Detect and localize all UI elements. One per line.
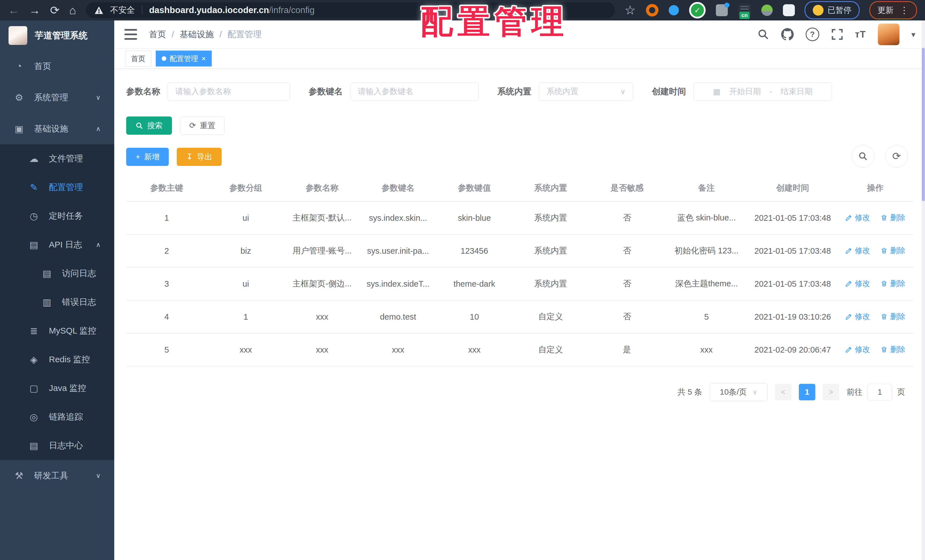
sidebar-item-file[interactable]: ☁ 文件管理 (0, 145, 114, 173)
extension-green-check-icon[interactable]: ✓ (689, 2, 706, 18)
sidebar-item-job[interactable]: ◷ 定时任务 (0, 202, 114, 230)
page-size-select[interactable]: 10条/页 ∨ (710, 383, 768, 401)
menu-label: API 日志 (49, 239, 82, 251)
profile-paused-button[interactable]: 已暂停 (804, 1, 860, 19)
browser-menu-icon[interactable]: ⋮ (900, 5, 909, 16)
avatar[interactable] (878, 24, 899, 45)
column-header[interactable]: 备注 (665, 175, 748, 202)
param-name-input[interactable] (168, 83, 290, 101)
tab-config[interactable]: 配置管理 × (156, 51, 212, 66)
sidebar-item-access-log[interactable]: ▤ 访问日志 (0, 259, 114, 288)
extension-pin-icon[interactable] (669, 5, 679, 15)
date-range-picker[interactable]: ▦ 开始日期 - 结束日期 (693, 83, 832, 101)
logo-row[interactable]: 芋道管理系统 (0, 21, 114, 51)
close-icon[interactable]: × (202, 55, 206, 62)
security-label[interactable]: 不安全 (110, 5, 135, 16)
breadcrumb-home[interactable]: 首页 (149, 29, 166, 40)
goto-page-input[interactable] (868, 384, 892, 400)
browser-forward-icon[interactable]: → (29, 5, 40, 16)
sidebar-item-java[interactable]: ▢ Java 监控 (0, 374, 114, 403)
column-header[interactable]: 系统内置 (513, 175, 589, 202)
sidebar-item-redis[interactable]: ◈ Redis 监控 (0, 345, 114, 374)
table-row[interactable]: 5 xxx xxx xxx xxx 自定义 是 xxx 2021-02-09 2… (126, 333, 913, 366)
goto-suffix: 页 (897, 387, 905, 397)
avatar-caret-icon[interactable]: ▾ (911, 30, 915, 39)
tab-home[interactable]: 首页 (125, 51, 151, 66)
sidebar-item-config[interactable]: ✎ 配置管理 (0, 173, 114, 202)
next-page-button[interactable]: > (823, 384, 839, 400)
sidebar-item-api-log[interactable]: ▤ API 日志 ∧ (0, 230, 114, 259)
extension-sprout-icon[interactable] (761, 5, 773, 16)
browser-home-icon[interactable]: ⌂ (69, 5, 76, 16)
search-icon[interactable] (757, 29, 769, 40)
param-key-input[interactable] (350, 83, 479, 101)
extension-orange-ring-icon[interactable] (646, 4, 658, 17)
scrollbar-thumb[interactable] (922, 48, 925, 201)
menu-label: 访问日志 (62, 268, 96, 279)
column-header[interactable]: 是否敏感 (589, 175, 665, 202)
fullscreen-icon[interactable] (831, 29, 843, 40)
table-row[interactable]: 1 ui 主框架页-默认... sys.index.skin... skin-b… (126, 202, 913, 235)
delete-button[interactable]: 删除 (880, 212, 905, 223)
bookmark-star-icon[interactable]: ☆ (625, 4, 636, 17)
delete-button[interactable]: 删除 (880, 278, 905, 289)
chevron-down-icon: ∨ (621, 87, 625, 96)
sidebar-item-infra[interactable]: ▣ 基础设施 ∧ (0, 113, 114, 145)
sidebar-item-tracing[interactable]: ◎ 链路追踪 (0, 403, 114, 431)
hamburger-icon[interactable] (124, 27, 137, 42)
add-button[interactable]: + 新增 (126, 148, 169, 166)
extensions-puzzle-icon[interactable] (783, 4, 795, 16)
browser-refresh-icon[interactable]: ⟳ (50, 5, 60, 16)
font-size-icon[interactable]: тT (855, 29, 866, 40)
chevron-down-icon: ∨ (753, 388, 757, 396)
goto-label: 前往 (847, 387, 862, 397)
created-label: 创建时间 (652, 86, 686, 98)
table-row[interactable]: 4 1 xxx demo.test 10 自定义 否 5 2021-01-19 … (126, 300, 913, 333)
sidebar-item-log-center[interactable]: ▤ 日志中心 (0, 431, 114, 460)
sidebar-item-mysql[interactable]: ≣ MySQL 监控 (0, 316, 114, 345)
table-row[interactable]: 2 biz 用户管理-账号... sys.user.init-pa... 123… (126, 235, 913, 267)
sidebar-item-home[interactable]: ◔ 首页 (0, 51, 114, 82)
browser-back-icon[interactable]: ← (8, 5, 19, 16)
scrollbar[interactable] (922, 21, 925, 560)
browser-update-button[interactable]: 更新 ⋮ (869, 1, 917, 19)
sidebar-item-error-log[interactable]: ▥ 错误日志 (0, 288, 114, 316)
table-body: 1 ui 主框架页-默认... sys.index.skin... skin-b… (126, 202, 913, 366)
search-button[interactable]: 搜索 (126, 116, 172, 135)
column-header[interactable]: 参数分组 (207, 175, 284, 202)
prev-page-button[interactable]: < (775, 384, 791, 400)
page-number-1[interactable]: 1 (799, 384, 815, 400)
breadcrumb-infra[interactable]: 基础设施 (179, 29, 214, 40)
edit-button[interactable]: 修改 (845, 312, 870, 322)
param-key-label: 参数键名 (309, 86, 343, 98)
sidebar-item-dev-tools[interactable]: ⚒ 研发工具 ∨ (0, 460, 114, 491)
column-header[interactable]: 参数主键 (126, 175, 207, 202)
edit-button[interactable]: 修改 (845, 212, 870, 223)
menu-label: 文件管理 (49, 153, 83, 164)
menu-icon: ▤ (27, 440, 40, 451)
delete-button[interactable]: 删除 (880, 344, 905, 355)
column-header[interactable]: 参数名称 (285, 175, 360, 202)
toggle-search-button[interactable] (852, 145, 874, 168)
github-icon[interactable] (781, 28, 794, 41)
column-header[interactable]: 参数键名 (360, 175, 436, 202)
edit-button[interactable]: 修改 (845, 245, 870, 256)
extension-cn-badge-icon[interactable]: cn (738, 4, 751, 17)
column-header[interactable]: 创建时间 (748, 175, 838, 202)
type-select[interactable]: 系统内置 ∨ (539, 83, 633, 101)
table-row[interactable]: 3 ui 主框架页-侧边... sys.index.sideT... theme… (126, 267, 913, 300)
reset-button[interactable]: ⟳ 重置 (180, 116, 224, 135)
refresh-table-button[interactable]: ⟳ (885, 145, 908, 168)
sidebar-menu: ◔ 首页 ⚙ 系统管理 ∨ ▣ 基础设施 ∧ ☁ (0, 51, 114, 560)
column-header[interactable]: 参数键值 (436, 175, 513, 202)
edit-button[interactable]: 修改 (845, 278, 870, 289)
help-icon[interactable]: ? (806, 27, 819, 41)
extension-grid-icon[interactable] (716, 4, 728, 16)
delete-button[interactable]: 删除 (880, 312, 905, 322)
export-button[interactable]: ↧ 导出 (177, 148, 221, 166)
menu-icon: ◷ (27, 211, 40, 221)
column-header[interactable]: 操作 (838, 175, 913, 202)
delete-button[interactable]: 删除 (880, 245, 905, 256)
edit-button[interactable]: 修改 (845, 344, 870, 355)
sidebar-item-system[interactable]: ⚙ 系统管理 ∨ (0, 82, 114, 113)
